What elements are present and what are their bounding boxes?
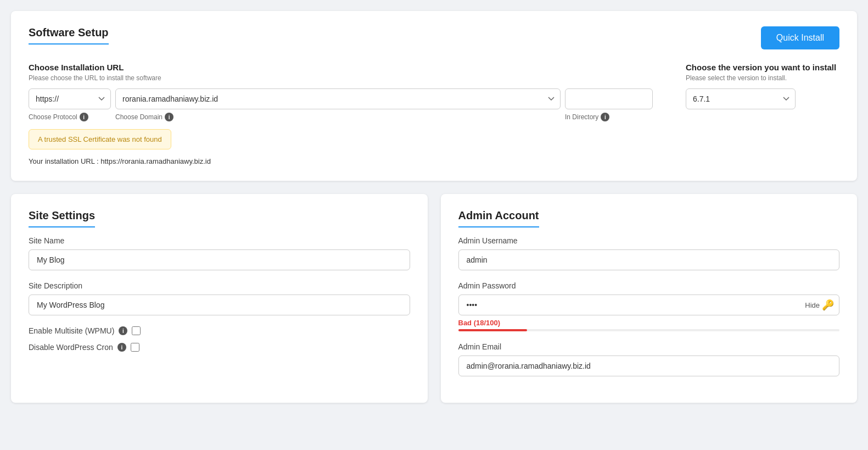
domain-info-icon[interactable]: i (165, 113, 173, 121)
version-hint: Please select the version to install. (686, 74, 839, 82)
directory-info-icon[interactable]: i (601, 113, 609, 121)
hide-password-button[interactable]: Hide (805, 301, 820, 309)
key-icon: 🔑 (822, 299, 834, 311)
disable-cron-label: Disable WordPress Cron (29, 343, 113, 352)
admin-email-group: Admin Email (458, 342, 840, 376)
site-description-group: Site Description (29, 281, 410, 315)
disable-cron-checkbox[interactable] (131, 343, 139, 352)
site-name-group: Site Name (29, 236, 410, 270)
enable-multisite-row: Enable Multisite (WPMU) i (29, 326, 410, 335)
strength-bar-bg (458, 329, 840, 331)
install-url-label: Choose Installation URL (29, 63, 653, 72)
enable-multisite-label: Enable Multisite (WPMU) (29, 326, 114, 335)
strength-label: Bad (18/100) (458, 319, 840, 327)
disable-cron-row: Disable WordPress Cron i (29, 343, 410, 352)
protocol-sublabel: Choose Protocol i (29, 113, 111, 121)
protocol-info-icon[interactable]: i (80, 113, 88, 121)
multisite-info-icon[interactable]: i (119, 326, 127, 335)
admin-username-group: Admin Username (458, 236, 840, 270)
admin-username-label: Admin Username (458, 236, 840, 245)
enable-multisite-checkbox[interactable] (132, 326, 141, 335)
install-url-display: Your installation URL : https://rorania.… (29, 157, 653, 165)
domain-sublabel: Choose Domain i (115, 113, 561, 121)
strength-bar (458, 329, 527, 331)
disable-cron-info-icon[interactable]: i (117, 343, 126, 352)
admin-password-group: Admin Password Hide 🔑 Bad (18/100) (458, 281, 840, 331)
version-select[interactable]: 6.7.1 (686, 88, 796, 109)
site-description-input[interactable] (29, 295, 410, 315)
site-name-label: Site Name (29, 236, 410, 245)
admin-email-label: Admin Email (458, 342, 840, 351)
protocol-select[interactable]: https:// http:// (29, 88, 111, 109)
password-strength: Bad (18/100) (458, 319, 840, 331)
admin-password-input[interactable] (458, 295, 840, 315)
quick-install-button[interactable]: Quick Install (761, 26, 839, 49)
domain-select[interactable]: rorania.ramadhaniawy.biz.id (115, 88, 561, 109)
version-label: Choose the version you want to install (686, 63, 839, 72)
site-description-label: Site Description (29, 281, 410, 290)
admin-password-label: Admin Password (458, 281, 840, 290)
site-settings-title: Site Settings (29, 209, 95, 227)
admin-account-title: Admin Account (458, 209, 539, 227)
admin-email-input[interactable] (458, 355, 840, 376)
ssl-warning: A trusted SSL Certificate was not found (29, 129, 171, 149)
page-title: Software Setup (29, 26, 109, 45)
directory-input[interactable] (565, 88, 653, 109)
admin-username-input[interactable] (458, 249, 840, 270)
install-url-hint: Please choose the URL to install the sof… (29, 74, 653, 82)
site-name-input[interactable] (29, 249, 410, 270)
directory-sublabel: In Directory i (565, 113, 653, 121)
